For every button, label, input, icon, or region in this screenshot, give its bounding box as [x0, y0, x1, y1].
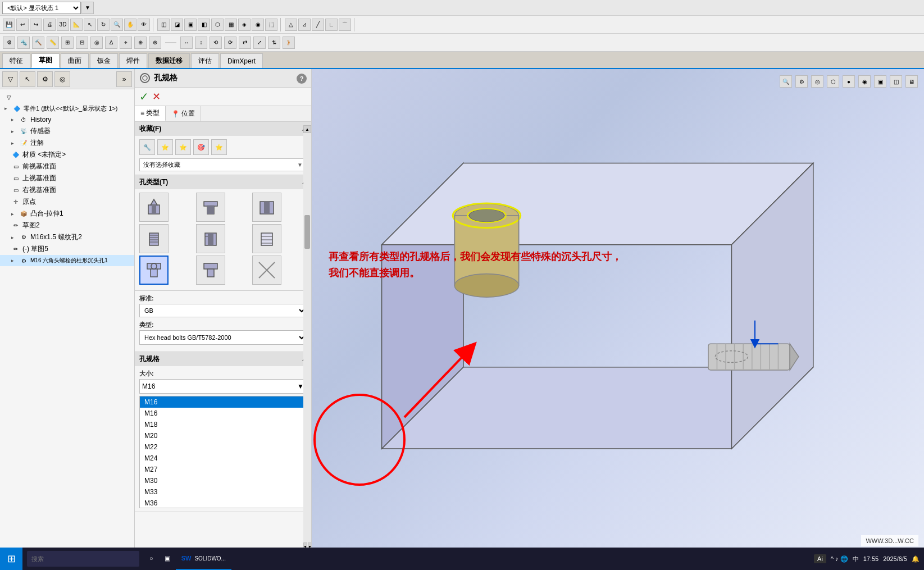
fav-icon-2[interactable]: ⭐ [157, 139, 173, 155]
save-icon[interactable]: 💾 [3, 19, 15, 31]
panel-scrollbar[interactable]: ▲ ▼ ▼ [303, 125, 311, 550]
view3-icon[interactable]: ╱ [312, 19, 324, 31]
display6-icon[interactable]: ▦ [225, 19, 237, 31]
scroll-up-btn[interactable]: ▲ [303, 125, 311, 133]
start-button[interactable]: ⊞ [0, 548, 22, 570]
cancel-button[interactable]: ✕ [152, 90, 161, 103]
tool8-icon[interactable]: ∆ [105, 37, 117, 49]
expand-icon[interactable]: » [116, 71, 132, 87]
tree-item-extrude[interactable]: ▸ 📦 凸台-拉伸1 [0, 208, 134, 220]
pan-icon[interactable]: ✋ [124, 19, 136, 31]
tree-item-csink-hole[interactable]: ▸ ⚙ M16 六角头螺栓的柱形沉头孔1 [0, 255, 134, 266]
taskbar-search-input[interactable] [27, 551, 139, 567]
view5-icon[interactable]: ⌒ [339, 19, 351, 31]
hole-type-csink2[interactable] [196, 256, 225, 285]
taskbar-solidworks[interactable]: SW SOLIDWO... [176, 548, 231, 570]
hole-type-threaded[interactable] [139, 224, 169, 253]
size-item-m27[interactable]: M27 [140, 464, 306, 475]
tool3-icon[interactable]: 🔨 [32, 37, 44, 49]
scroll-thumb[interactable] [304, 215, 310, 249]
tree-item-origin[interactable]: ✛ 原点 [0, 196, 134, 208]
tree-item-top-plane[interactable]: ▭ 上视基准面 [0, 172, 134, 184]
hole-type-custom[interactable] [252, 256, 281, 285]
size-item-m16[interactable]: M16 [140, 408, 306, 419]
vp-tool5[interactable]: ● [843, 75, 855, 88]
tool13-icon[interactable]: ↕ [195, 37, 207, 49]
panel-tab-position[interactable]: 📍 位置 [166, 106, 201, 121]
display4-icon[interactable]: ◧ [198, 19, 210, 31]
tree-item-sensor[interactable]: ▸ 📡 传感器 [0, 125, 134, 137]
size-item-m18[interactable]: M18 [140, 419, 306, 430]
display-state-dropdown[interactable]: <默认> 显示状态 1 [2, 2, 81, 14]
right-panel-viewport[interactable]: 🔍 ⚙ ◎ ⬡ ● ◉ ▣ ◫ 🖥 [312, 69, 924, 566]
filter-icon[interactable]: ▽ [2, 71, 18, 87]
zoom-icon[interactable]: 🔍 [111, 19, 123, 31]
filter-search[interactable]: ▽ [0, 92, 134, 103]
tool18-icon[interactable]: ⇅ [268, 37, 280, 49]
fav-icon-5[interactable]: ⭐ [211, 139, 227, 155]
size-item-m33[interactable]: M33 [140, 486, 306, 498]
tree-item-thread-hole[interactable]: ▸ ⚙ M16x1.5 螺纹孔2 [0, 231, 134, 243]
smart-snap-icon[interactable]: ⟫ [283, 37, 295, 49]
vp-tool4[interactable]: ⬡ [827, 75, 839, 88]
size-item-m16-selected[interactable]: M16 [140, 396, 306, 408]
vp-tool3[interactable]: ◎ [811, 75, 823, 88]
hole-type-countersink[interactable] [139, 193, 169, 222]
select-icon[interactable]: ↖ [84, 19, 96, 31]
assembly-icon[interactable]: ◎ [54, 71, 70, 87]
tab-sketch[interactable]: 草图 [31, 53, 60, 68]
cortana-btn[interactable]: ○ [144, 548, 159, 570]
tool16-icon[interactable]: ⇄ [239, 37, 251, 49]
fav-icon-3[interactable]: ⭐ [175, 139, 191, 155]
tab-datamigration[interactable]: 数据迁移 [148, 53, 190, 68]
type-dropdown[interactable]: Hex head bolts GB/T5782-2000Hex head bol… [139, 330, 307, 345]
vp-tool7[interactable]: ▣ [874, 75, 886, 88]
size-item-m22[interactable]: M22 [140, 441, 306, 453]
tree-item-right-plane[interactable]: ▭ 右视基准面 [0, 184, 134, 196]
confirm-button[interactable]: ✓ [139, 90, 149, 103]
tool6-icon[interactable]: ⊟ [76, 37, 88, 49]
help-icon[interactable]: ? [297, 74, 307, 84]
view4-icon[interactable]: ∟ [325, 19, 338, 31]
display1-icon[interactable]: ◫ [157, 19, 170, 31]
display2-icon[interactable]: ◪ [171, 19, 183, 31]
panel-tab-type[interactable]: ≡ 类型 [135, 106, 166, 121]
hole-spec-header[interactable]: 孔规格 ▲ [135, 352, 311, 366]
rotate-icon[interactable]: ↻ [97, 19, 110, 31]
3d-icon[interactable]: 3D [57, 19, 69, 31]
tab-surface[interactable]: 曲面 [61, 53, 89, 68]
size-dropdown[interactable]: M16 ▼ [139, 379, 307, 394]
tool5-icon[interactable]: ⊞ [61, 37, 74, 49]
tab-evaluate[interactable]: 评估 [191, 53, 219, 68]
display8-icon[interactable]: ◉ [252, 19, 264, 31]
tree-item-sketch5[interactable]: ✏ (-) 草图5 [0, 243, 134, 255]
tab-feature[interactable]: 特征 [2, 53, 30, 68]
lang-indicator[interactable]: 中 [853, 555, 859, 563]
tree-item-annotation[interactable]: ▸ 📝 注解 [0, 137, 134, 149]
fav-icon-4[interactable]: 🎯 [193, 139, 209, 155]
tree-item-material[interactable]: 🔷 材质 <未指定> [0, 149, 134, 161]
tool17-icon[interactable]: ⤢ [253, 37, 266, 49]
tree-item-history[interactable]: ▸ ⏱ History [0, 114, 134, 125]
hole-type-csink-hex[interactable] [139, 256, 169, 285]
size-item-m20[interactable]: M20 [140, 430, 306, 441]
tool14-icon[interactable]: ⟲ [210, 37, 222, 49]
tool10-icon[interactable]: ⊕ [134, 37, 147, 49]
tool15-icon[interactable]: ⟳ [224, 37, 236, 49]
tab-weldment[interactable]: 焊件 [119, 53, 147, 68]
notification-btn[interactable]: 🔔 [912, 555, 920, 563]
vp-tool1[interactable]: 🔍 [780, 75, 792, 88]
hole-type-counterbore[interactable] [196, 193, 225, 222]
dropdown-arrow-btn[interactable]: ▼ [81, 2, 94, 14]
display9-icon[interactable]: ⬚ [265, 19, 277, 31]
tool2-icon[interactable]: 🔩 [17, 37, 30, 49]
vp-tool8[interactable]: ◫ [890, 75, 902, 88]
select-icon[interactable]: ↖ [20, 71, 35, 87]
print-icon[interactable]: 🖨 [43, 19, 56, 31]
task-view-btn[interactable]: ▣ [159, 548, 176, 570]
tab-sheetmetal[interactable]: 钣金 [90, 53, 118, 68]
favorites-header[interactable]: 收藏(F) ▲ [135, 122, 311, 136]
vp-tool9[interactable]: 🖥 [905, 75, 918, 88]
feature-icon[interactable]: ⚙ [37, 71, 53, 87]
display5-icon[interactable]: ⬡ [211, 19, 224, 31]
